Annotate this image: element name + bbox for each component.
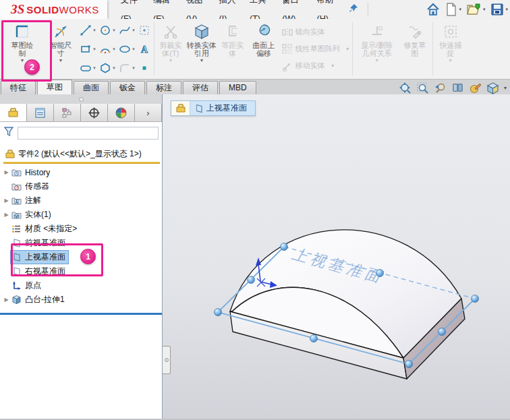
breadcrumb-plane-segment[interactable]: 上视基准面 <box>190 101 255 115</box>
boss-extrude-solid[interactable] <box>230 230 465 379</box>
breadcrumb-part-icon[interactable] <box>171 101 190 115</box>
plane-handle[interactable] <box>248 276 255 284</box>
trim-entities-button[interactable]: 剪裁实体(T) ▼ <box>157 19 185 79</box>
tree-item-front-plane[interactable]: 前视基准面 <box>0 236 162 250</box>
dimxpertmanager-tab[interactable] <box>81 104 108 121</box>
offset-entities-button[interactable]: 等距实体 <box>219 19 247 79</box>
home-icon[interactable] <box>424 1 442 18</box>
displaymanager-tab[interactable] <box>108 104 135 121</box>
expand-arrow-icon[interactable]: ▶ <box>2 297 11 303</box>
ellipse-icon[interactable]: ▼ <box>117 43 137 55</box>
tree-item-right-plane[interactable]: 右视基准面 <box>0 264 162 278</box>
polygon-icon[interactable]: ▼ <box>98 62 117 74</box>
linear-pattern-dropdown[interactable]: ▼ <box>345 47 350 51</box>
filter-funnel-icon <box>3 126 14 140</box>
rectangle-icon[interactable]: ▼ <box>78 43 98 55</box>
expand-arrow-icon[interactable]: ▶ <box>2 198 11 204</box>
panel-tab-expand-chevron[interactable]: › <box>135 104 162 121</box>
solid-bodies-folder-icon <box>11 210 24 220</box>
rollback-bar[interactable] <box>0 313 162 315</box>
graphics-viewport[interactable]: 上视基准面 <box>163 94 510 420</box>
new-document-icon[interactable]: ▾ <box>443 1 463 18</box>
select-region-icon[interactable] <box>137 24 152 36</box>
plane-handle[interactable] <box>405 361 413 368</box>
panel-splitter[interactable] <box>0 94 162 104</box>
3d-scene[interactable]: 上视基准面 <box>163 94 510 420</box>
plane-handle[interactable] <box>472 295 479 303</box>
convert-dropdown[interactable]: ▼ <box>199 58 204 63</box>
annotations-folder-icon: A <box>11 196 24 206</box>
quick-access-toolbar: ▾ ▾ ▾ <box>424 1 510 18</box>
tree-item-solid-bodies[interactable]: ▶ 实体(1) <box>0 208 162 222</box>
fillet-icon[interactable]: ▼ <box>117 62 137 74</box>
tree-item-annotations[interactable]: ▶ A 注解 <box>0 193 162 208</box>
move-entities-button[interactable]: 移动实体 ▼ <box>281 57 350 74</box>
zoom-to-fit-icon[interactable] <box>399 82 412 94</box>
save-dropdown[interactable]: ▾ <box>505 7 508 12</box>
repair-sketch-button[interactable]: 修复草图 <box>399 19 430 79</box>
surface-offset-button[interactable]: 曲面上偏移 <box>247 19 281 79</box>
surface-offset-label: 曲面上偏移 <box>250 41 277 57</box>
linear-pattern-button[interactable]: 线性草图阵列 ▼ <box>281 40 350 57</box>
mirror-entities-button[interactable]: 镜向实体 <box>281 24 350 40</box>
open-dropdown[interactable]: ▾ <box>483 7 486 12</box>
relations-dropdown[interactable]: ▼ <box>374 58 379 63</box>
edit-appearance-icon[interactable] <box>469 82 482 94</box>
move-entities-dropdown[interactable]: ▼ <box>331 63 335 68</box>
panel-collapse-handle[interactable] <box>163 346 171 374</box>
plane-handle[interactable] <box>376 270 384 277</box>
tree-root-part[interactable]: 零件2 (默认<<默认>_显示状态 1>) <box>0 147 162 161</box>
tree-item-history[interactable]: ▶ History <box>0 165 162 179</box>
arc-icon[interactable]: ▼ <box>98 43 117 55</box>
selected-item-highlight[interactable]: 上视基准面 <box>11 251 68 264</box>
tree-item-sensors[interactable]: 传感器 <box>0 179 162 193</box>
expand-arrow-icon[interactable]: ▶ <box>2 212 11 218</box>
tab-sketch[interactable]: 草图 <box>37 80 72 94</box>
tree-item-material[interactable]: 材质 <未指定> <box>0 222 162 236</box>
pin-icon[interactable] <box>349 3 358 16</box>
new-document-dropdown[interactable]: ▾ <box>459 7 461 12</box>
plane-handle[interactable] <box>310 335 318 342</box>
expand-arrow-icon[interactable]: ▶ <box>2 169 11 175</box>
previous-view-icon[interactable] <box>434 82 447 94</box>
spline-icon[interactable]: ▼ <box>117 24 137 36</box>
tab-surfaces[interactable]: 曲面 <box>74 81 109 94</box>
quick-snaps-dropdown[interactable]: ▼ <box>448 58 453 63</box>
circle-icon[interactable]: ▼ <box>98 24 117 36</box>
quick-snaps-button[interactable]: 快速捕捉 ▼ <box>435 19 466 79</box>
display-delete-relations-button[interactable]: 显示/删除几何关系 ▼ <box>355 19 399 79</box>
headsup-view-toolbar: ▾ <box>399 82 510 94</box>
tab-features[interactable]: 特征 <box>1 81 36 94</box>
logo-solid-text: SOLID <box>26 4 59 16</box>
convert-entities-button[interactable]: 转换实体引用 ▼ <box>185 19 219 79</box>
tree-item-origin[interactable]: 原点 <box>0 278 162 293</box>
plane-handle[interactable] <box>215 309 222 316</box>
tab-evaluate[interactable]: 评估 <box>183 81 218 94</box>
propertymanager-tab[interactable] <box>27 104 54 121</box>
section-view-icon[interactable] <box>451 82 464 94</box>
tab-mbd[interactable]: MBD <box>219 81 256 94</box>
configurationmanager-tab[interactable] <box>54 104 81 121</box>
smart-dimension-dropdown[interactable]: ▼ <box>59 58 63 63</box>
smart-dimension-button[interactable]: 智能尺寸 ▼ <box>43 19 78 79</box>
view-orientation-icon[interactable] <box>486 82 499 94</box>
featuremanager-tab[interactable] <box>0 104 27 121</box>
featuremanager-panel: › 零件2 (默认<<默认>_显示状态 1>) ▶ <box>0 94 163 420</box>
tree-filter-input[interactable] <box>18 127 159 140</box>
tab-markup[interactable]: 标注 <box>146 81 181 94</box>
zoom-to-area-icon[interactable] <box>416 82 429 94</box>
trim-dropdown[interactable]: ▼ <box>168 58 173 63</box>
sketch-dropdown[interactable]: ▼ <box>20 58 25 63</box>
ribbon-separator <box>352 22 353 76</box>
plane-handle[interactable] <box>438 328 446 336</box>
tree-item-boss-extrude[interactable]: ▶ 凸台-拉伸1 <box>0 293 162 307</box>
text-icon[interactable]: A <box>137 43 152 55</box>
save-icon[interactable]: ▾ <box>488 1 510 18</box>
slot-icon[interactable]: ▼ <box>78 62 98 74</box>
open-icon[interactable]: ▾ <box>465 1 488 18</box>
plane-handle[interactable] <box>281 243 288 251</box>
tab-sheet-metal[interactable]: 钣金 <box>110 81 145 94</box>
view-orientation-dropdown[interactable]: ▾ <box>504 85 507 91</box>
line-icon[interactable]: ▼ <box>78 24 98 36</box>
point-icon[interactable] <box>137 62 152 74</box>
